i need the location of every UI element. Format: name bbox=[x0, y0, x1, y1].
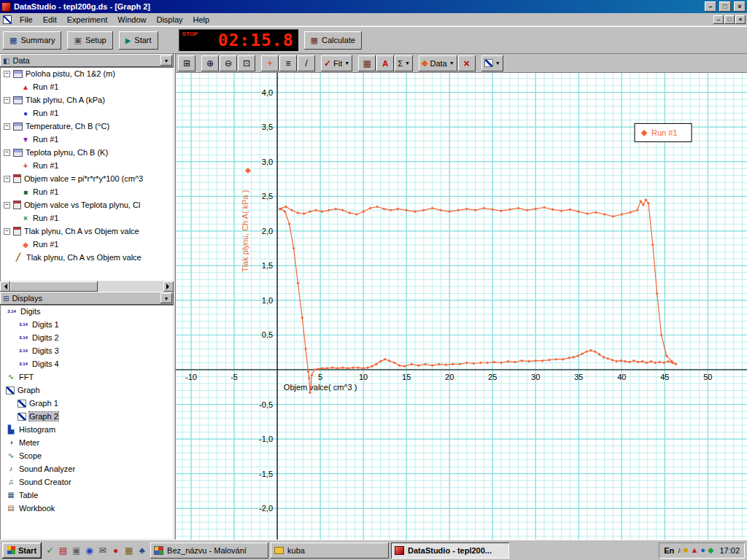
display-item-scope[interactable]: ∿Scope bbox=[0, 449, 174, 462]
setup-button[interactable]: ▣ Setup bbox=[67, 31, 112, 50]
quicklaunch-icon[interactable]: ◉ bbox=[83, 544, 96, 557]
data-tree-hscrollbar[interactable] bbox=[0, 281, 174, 292]
fit-menu-button[interactable]: ✓ Fit ▼ bbox=[321, 55, 352, 71]
plot-area[interactable]: -10-551015202530354045504,03,53,02,52,01… bbox=[176, 73, 747, 540]
data-tree-item[interactable]: Teplota plynu, Ch B (K) bbox=[0, 146, 174, 159]
menu-file[interactable]: File bbox=[15, 14, 38, 26]
language-indicator[interactable]: En bbox=[664, 546, 674, 555]
start-menu-button[interactable]: Start bbox=[2, 542, 42, 559]
quicklaunch-icon[interactable]: ● bbox=[109, 544, 122, 557]
scale-to-fit-button[interactable]: ⊞ bbox=[178, 55, 196, 71]
zoom-select-icon: ⊡ bbox=[243, 58, 250, 69]
run-tree-item[interactable]: ■Run #1 bbox=[0, 185, 174, 198]
graph-settings-button[interactable]: ▼ bbox=[481, 55, 503, 71]
start-button[interactable]: ▶ Start bbox=[119, 31, 158, 50]
zoom-in-button[interactable]: ⊕ bbox=[201, 55, 219, 71]
smart-tool-button[interactable]: + bbox=[261, 55, 279, 71]
scroll-right-button[interactable] bbox=[163, 281, 174, 292]
collapse-icon[interactable] bbox=[4, 97, 10, 104]
data-tree-item[interactable]: Tlak plynu, Ch A (kPa) bbox=[0, 93, 174, 106]
zoom-select-button[interactable]: ⊡ bbox=[238, 55, 255, 71]
statistics-menu-button[interactable]: Σ ▼ bbox=[395, 55, 413, 71]
text-tool-button[interactable]: A bbox=[376, 55, 394, 71]
summary-button[interactable]: ▦ Summary bbox=[3, 31, 61, 50]
close-button[interactable]: × bbox=[734, 1, 746, 12]
data-menu-button[interactable]: ◆ Data ▼ bbox=[419, 55, 457, 71]
display-item-digits-2[interactable]: 3.14Digits 2 bbox=[0, 331, 174, 344]
display-item-sound-analyzer[interactable]: ♪Sound Analyzer bbox=[0, 462, 174, 475]
display-item-digits[interactable]: 3.14Digits bbox=[0, 305, 174, 318]
display-item-graph[interactable]: Graph bbox=[0, 384, 174, 397]
data-tree-item[interactable]: Objem valce = pi*r*r*y*100 (cm^3 bbox=[0, 172, 174, 185]
display-item-graph-2[interactable]: Graph 2 bbox=[0, 410, 174, 423]
display-item-label: Graph 1 bbox=[29, 399, 58, 408]
child-window-icon[interactable] bbox=[3, 15, 12, 24]
scroll-thumb[interactable] bbox=[10, 281, 98, 292]
data-panel-header: ◧ Data ▼ bbox=[0, 54, 174, 67]
collapse-icon[interactable] bbox=[4, 228, 10, 235]
display-item-histogram[interactable]: ▙Histogram bbox=[0, 423, 174, 436]
tray-icon[interactable]: ♪ bbox=[677, 545, 681, 555]
quicklaunch-icon[interactable]: ♣ bbox=[136, 544, 148, 557]
displays-panel-menu-button[interactable]: ▼ bbox=[160, 293, 172, 303]
data-tree-item[interactable]: Temperature, Ch B (°C) bbox=[0, 120, 174, 133]
display-item-fft[interactable]: ∿FFT bbox=[0, 370, 174, 384]
menu-window[interactable]: Window bbox=[112, 14, 151, 26]
slope-tool-button[interactable]: / bbox=[298, 55, 315, 71]
minimize-button[interactable]: – bbox=[705, 1, 716, 12]
note-tool-button[interactable]: ≡ bbox=[279, 55, 297, 71]
display-item-digits-4[interactable]: 3.14Digits 4 bbox=[0, 357, 174, 370]
display-item-label: Table bbox=[19, 491, 38, 499]
menu-display[interactable]: Display bbox=[151, 14, 187, 26]
circle-marker-icon: ● bbox=[21, 109, 30, 117]
child-close-button[interactable]: × bbox=[735, 15, 746, 24]
display-item-meter[interactable]: ◑Meter bbox=[0, 436, 174, 449]
calculator-tool-button[interactable]: ▦ bbox=[358, 55, 376, 71]
task-window-button[interactable]: kuba bbox=[271, 542, 389, 559]
data-tree-item[interactable]: Poloha pistu, Ch 1&2 (m) bbox=[0, 67, 174, 80]
zoom-out-button[interactable]: ⊖ bbox=[220, 55, 237, 71]
run-tree-item[interactable]: ●Run #1 bbox=[0, 106, 174, 120]
display-item-workbook[interactable]: ▤Workbook bbox=[0, 502, 174, 515]
menu-help[interactable]: Help bbox=[188, 14, 215, 26]
quicklaunch-icon[interactable]: ▤ bbox=[57, 544, 69, 557]
scroll-track[interactable] bbox=[98, 281, 163, 292]
tray-icon[interactable]: ● bbox=[700, 545, 705, 555]
display-item-digits-3[interactable]: 3.14Digits 3 bbox=[0, 344, 174, 357]
task-window-button[interactable]: Bez_názvu - Malování bbox=[150, 542, 268, 559]
quicklaunch-icon[interactable]: ▣ bbox=[70, 544, 82, 557]
display-item-table[interactable]: ▦Table bbox=[0, 489, 174, 502]
quicklaunch-icon[interactable]: ▦ bbox=[123, 544, 135, 557]
scroll-left-button[interactable] bbox=[0, 281, 10, 292]
collapse-icon[interactable] bbox=[4, 176, 10, 182]
run-tree-item[interactable]: ◆Run #1 bbox=[0, 238, 174, 251]
collapse-icon[interactable] bbox=[4, 149, 10, 156]
display-item-graph-1[interactable]: Graph 1 bbox=[0, 397, 174, 410]
run-tree-item[interactable]: ▲Run #1 bbox=[0, 80, 174, 93]
display-item-sound-creator[interactable]: ♫Sound Creator bbox=[0, 475, 174, 489]
calculate-button[interactable]: ▦ Calculate bbox=[304, 31, 362, 50]
remove-data-button[interactable]: × bbox=[458, 55, 476, 71]
menu-edit[interactable]: Edit bbox=[38, 14, 62, 26]
menu-experiment[interactable]: Experiment bbox=[62, 14, 113, 26]
tray-icon[interactable]: ◆ bbox=[708, 545, 713, 555]
task-window-button[interactable]: DataStudio - tepl200... bbox=[391, 542, 509, 559]
tray-icon[interactable]: ▲ bbox=[690, 545, 698, 555]
data-tree-item[interactable]: Objem valce vs Teplota plynu, Cl bbox=[0, 198, 174, 211]
child-minimize-button[interactable]: – bbox=[713, 15, 724, 24]
run-tree-item[interactable]: +Run #1 bbox=[0, 159, 174, 172]
display-item-digits-1[interactable]: 3.14Digits 1 bbox=[0, 318, 174, 331]
quicklaunch-icon[interactable]: ✉ bbox=[96, 544, 109, 557]
collapse-icon[interactable] bbox=[4, 71, 10, 77]
collapse-icon[interactable] bbox=[4, 202, 10, 209]
tray-icon[interactable]: ■ bbox=[684, 545, 689, 555]
run-tree-item[interactable]: ▼Run #1 bbox=[0, 133, 174, 146]
collapse-icon[interactable] bbox=[4, 123, 10, 130]
restore-button[interactable]: □ bbox=[719, 1, 731, 12]
data-tree-item[interactable]: Tlak plynu, Ch A vs Objem valce bbox=[0, 225, 174, 238]
data-tree-item[interactable]: ╱Tlak plynu, Ch A vs Objem valce bbox=[0, 251, 174, 264]
data-panel-menu-button[interactable]: ▼ bbox=[160, 55, 172, 66]
quicklaunch-icon[interactable]: ✓ bbox=[44, 544, 56, 557]
run-tree-item[interactable]: ×Run #1 bbox=[0, 211, 174, 225]
child-restore-button[interactable]: □ bbox=[724, 15, 735, 24]
